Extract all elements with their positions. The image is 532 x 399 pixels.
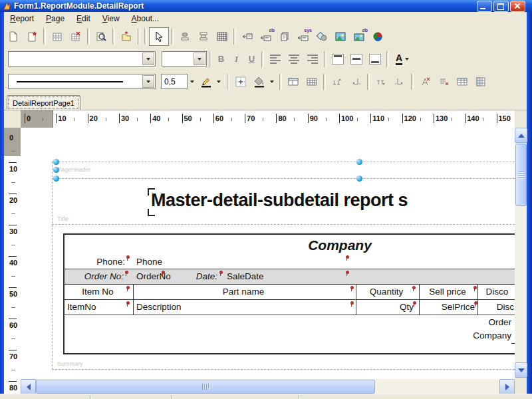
insert-chart-button[interactable] xyxy=(368,28,387,45)
data-cell[interactable]: ItemNo xyxy=(67,302,96,312)
align-left-button[interactable] xyxy=(266,51,285,68)
insert-crosstab-button[interactable] xyxy=(213,28,231,45)
vertical-scrollbar[interactable] xyxy=(515,128,527,378)
scroll-down-button[interactable] xyxy=(515,362,527,378)
horizontal-scrollbar[interactable] xyxy=(21,379,515,394)
line-color-button[interactable] xyxy=(197,73,215,90)
phone-label[interactable]: Phone: xyxy=(66,257,125,267)
menu-edit[interactable]: Edit xyxy=(70,13,96,25)
align-right-button[interactable] xyxy=(303,51,322,68)
select-tool-button[interactable] xyxy=(149,27,169,46)
band-handle[interactable] xyxy=(53,159,59,165)
page-settings-button[interactable] xyxy=(48,28,66,45)
band-handle[interactable] xyxy=(356,176,362,182)
preview-button[interactable] xyxy=(92,28,110,45)
header-cell[interactable]: Sell price xyxy=(420,287,475,297)
insert-dbtext-button[interactable]: db xyxy=(257,28,275,45)
new-report-button[interactable] xyxy=(4,28,23,45)
delete-line-button[interactable] xyxy=(434,73,453,90)
maximize-button[interactable] xyxy=(493,1,509,12)
table-grid-button[interactable] xyxy=(303,73,321,90)
delete-page-button[interactable] xyxy=(66,28,85,45)
insert-shape-button[interactable] xyxy=(313,28,331,45)
data-cell[interactable]: Disc xyxy=(479,302,514,312)
scroll-right-button[interactable] xyxy=(499,379,515,394)
menu-about[interactable]: About... xyxy=(126,13,165,25)
header-cell[interactable]: Part name xyxy=(134,287,353,297)
new-page-button[interactable] xyxy=(23,28,41,45)
table-rows-button[interactable] xyxy=(471,73,490,90)
shrink-height-button[interactable] xyxy=(328,73,346,90)
band-handle[interactable] xyxy=(53,176,59,182)
company-header[interactable]: Company xyxy=(273,237,406,253)
tab-detailreportpage1[interactable]: DetailReportPage1 xyxy=(7,95,80,110)
line-color-icon xyxy=(200,76,212,88)
date-field[interactable]: SaleDate xyxy=(227,271,264,281)
font-name-combo[interactable] xyxy=(8,51,156,66)
title-bar[interactable]: Form1.ReportModule.DetailReport xyxy=(0,0,532,12)
table-columns-button[interactable] xyxy=(453,73,471,90)
fill-color-dropdown[interactable] xyxy=(270,80,274,83)
line-style-dropdown[interactable] xyxy=(142,75,154,88)
report-canvas[interactable]: PageHeader Title Summary Master-detail-s… xyxy=(21,128,515,379)
header-cell[interactable]: Disco xyxy=(479,287,515,297)
menu-view[interactable]: View xyxy=(96,13,126,25)
valign-top-button[interactable] xyxy=(329,51,347,68)
scroll-left-button[interactable] xyxy=(21,379,36,394)
shift-left-button[interactable] xyxy=(346,73,365,90)
bold-button[interactable]: B xyxy=(213,52,229,66)
font-size-combo[interactable] xyxy=(162,51,207,66)
report-title-text[interactable]: Master-detail-subdetail report s xyxy=(151,190,408,211)
footer-order-text[interactable]: Order xyxy=(433,317,511,327)
font-name-dropdown[interactable] xyxy=(142,53,154,65)
insert-subreport-button[interactable] xyxy=(194,28,213,45)
italic-button[interactable]: I xyxy=(229,52,244,66)
insert-dbpicture-button[interactable]: db xyxy=(350,28,368,45)
date-label[interactable]: Date: xyxy=(188,271,217,281)
data-cell[interactable]: Qty xyxy=(356,302,414,312)
scroll-up-button[interactable] xyxy=(515,128,527,143)
band-handle[interactable] xyxy=(356,159,362,165)
menu-report[interactable]: Report xyxy=(4,13,40,25)
band-label-pageheader[interactable]: PageHeader xyxy=(57,166,91,173)
align-width-button[interactable] xyxy=(416,73,434,90)
grow-height-button[interactable] xyxy=(372,73,390,90)
band-label-summary[interactable]: Summary xyxy=(57,360,83,367)
insert-band-button[interactable] xyxy=(176,28,194,45)
align-center-button[interactable] xyxy=(285,51,303,68)
menu-page[interactable]: Page xyxy=(40,13,70,25)
line-style-combo[interactable] xyxy=(8,74,156,89)
data-cell[interactable]: SelPrice xyxy=(420,302,475,312)
order-no-label[interactable]: Order No: xyxy=(66,271,124,281)
insert-memo-button[interactable] xyxy=(275,28,294,45)
band-columns-button[interactable] xyxy=(284,73,303,90)
line-width-dropdown[interactable] xyxy=(190,80,194,83)
header-cell[interactable]: Item No xyxy=(65,287,131,297)
order-no-field[interactable]: OrderNo xyxy=(136,271,171,281)
line-width-combo[interactable]: 0,5 xyxy=(161,74,188,89)
frame-button[interactable] xyxy=(231,73,250,90)
footer-company-text[interactable]: Company xyxy=(433,331,511,340)
underline-button[interactable]: U xyxy=(244,52,259,66)
insert-text-button[interactable] xyxy=(238,28,257,45)
band-handle[interactable] xyxy=(53,167,59,173)
open-report-button[interactable] xyxy=(117,28,136,45)
shift-right-button[interactable] xyxy=(390,73,409,90)
header-cell[interactable]: Quantity xyxy=(356,287,416,297)
valign-middle-button[interactable] xyxy=(347,51,366,68)
font-color-button[interactable]: A xyxy=(391,51,414,68)
fill-color-button[interactable] xyxy=(250,73,269,90)
band-label-title[interactable]: Title xyxy=(57,215,68,222)
minimize-button[interactable] xyxy=(477,1,492,12)
insert-picture-button[interactable] xyxy=(331,28,350,45)
vertical-scroll-thumb[interactable] xyxy=(515,144,527,206)
insert-systext-button[interactable]: sys xyxy=(294,28,313,45)
phone-field[interactable]: Phone xyxy=(136,257,162,267)
valign-bottom-button[interactable] xyxy=(366,51,384,68)
data-cell[interactable]: Description xyxy=(136,302,182,312)
horizontal-scroll-thumb[interactable] xyxy=(36,380,375,394)
close-button[interactable] xyxy=(510,1,525,12)
line-color-dropdown[interactable] xyxy=(217,80,221,83)
valign-top-icon xyxy=(332,54,344,65)
font-size-dropdown[interactable] xyxy=(194,53,205,65)
